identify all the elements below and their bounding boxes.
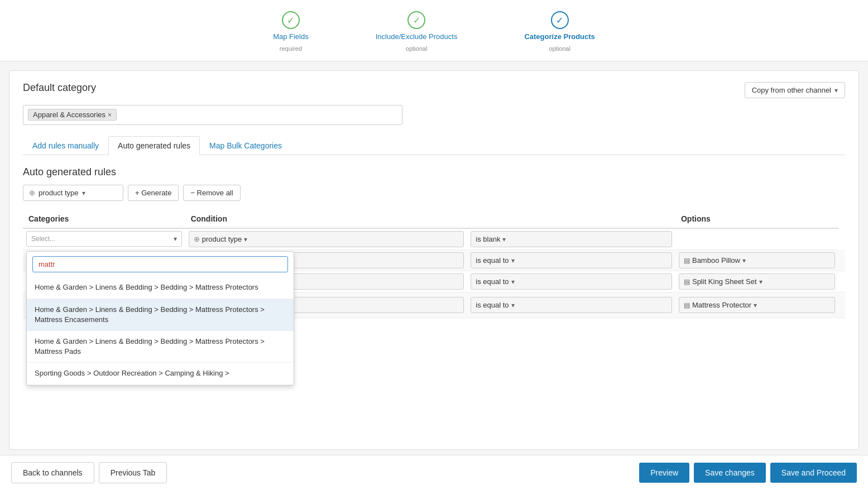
condition-op-cell-2: is equal to	[467, 249, 675, 271]
value-label-3: Split King Sheet Set	[692, 277, 757, 286]
condition-op-select-1[interactable]: is blank	[471, 231, 672, 247]
remove-all-button[interactable]: − Remove all	[183, 185, 240, 201]
dropdown-item-4[interactable]: Sporting Goods > Outdoor Recreation > Ca…	[27, 363, 294, 385]
condition-op-cell-3: is equal to	[467, 271, 675, 292]
filter-icon	[29, 189, 35, 197]
value-label-4: Mattress Protector	[692, 301, 751, 309]
value-cell-4: Mattress Protector	[675, 292, 838, 318]
col-header-options: Options	[675, 210, 838, 228]
step-label-categorize: Categorize Products	[524, 32, 594, 42]
product-type-label: product type	[39, 189, 79, 197]
tab-auto-generated[interactable]: Auto generated rules	[108, 136, 200, 155]
cond-field-chevron-1	[244, 235, 247, 243]
category-select-1[interactable]: Select...	[26, 231, 182, 247]
condition-field-cell-1: product type	[185, 228, 468, 250]
tabs-container: Add rules manually Auto generated rules …	[23, 136, 845, 155]
default-category-input[interactable]: Apparel & Accessories ×	[23, 105, 402, 125]
cond-op-chevron-3	[511, 277, 515, 286]
section-header: Default category Copy from other channel	[23, 82, 845, 98]
cond-op-chevron-2	[511, 256, 515, 265]
value-chevron-2	[742, 256, 746, 265]
value-cell-2: Bamboo Pillow	[675, 249, 838, 271]
cond-filter-icon-1	[194, 235, 200, 243]
options-cell-3	[838, 271, 845, 292]
db-icon-2	[684, 256, 690, 265]
step-map-fields[interactable]: ✓ Map Fields required	[273, 11, 309, 52]
condition-field-select-1[interactable]: product type	[189, 231, 464, 247]
condition-op-cell-4: is equal to	[467, 292, 675, 318]
step-icon-categorize: ✓	[551, 11, 569, 29]
dropdown-item-1[interactable]: Home & Garden > Linens & Bedding > Beddi…	[27, 277, 294, 299]
tag-label: Apparel & Accessories	[33, 111, 105, 119]
footer: Back to channels Previous Tab Preview Sa…	[0, 455, 868, 459]
step-label-include: Include/Exclude Products	[376, 32, 458, 42]
step-icon-include: ✓	[407, 11, 425, 29]
progress-bar: ✓ Map Fields required ✓ Include/Exclude …	[0, 0, 868, 61]
step-include-exclude[interactable]: ✓ Include/Exclude Products optional	[376, 11, 458, 52]
product-type-selector[interactable]: product type	[23, 185, 123, 201]
generate-button[interactable]: + Generate	[128, 185, 179, 201]
rules-controls: product type + Generate − Remove all	[23, 185, 845, 201]
tag-close-button[interactable]: ×	[108, 111, 112, 119]
cat-chevron-1	[174, 235, 177, 243]
section-title: Default category	[23, 82, 96, 94]
copy-channel-chevron	[835, 86, 838, 94]
cond-op-val-1: is blank	[476, 235, 500, 243]
col-header-condition: Condition	[185, 210, 468, 228]
copy-channel-button[interactable]: Copy from other channel	[745, 82, 845, 98]
condition-op-select-3[interactable]: is equal to	[471, 273, 672, 290]
cond-field-val-1: product type	[202, 235, 242, 243]
db-icon-3	[684, 277, 690, 286]
options-cell-4	[838, 292, 845, 318]
category-cell-1: Select... Home & Garden > Linens & Beddi…	[23, 228, 185, 250]
value-select-4[interactable]: Mattress Protector	[679, 297, 835, 313]
step-categorize[interactable]: ✓ Categorize Products optional	[524, 11, 594, 52]
cond-op-chevron-1	[502, 235, 506, 243]
options-cell-1	[675, 228, 838, 250]
table-row: Select... Home & Garden > Linens & Beddi…	[23, 228, 845, 250]
value-select-2[interactable]: Bamboo Pillow	[679, 252, 835, 268]
col-header-empty	[467, 210, 675, 228]
dropdown-search-input[interactable]	[32, 256, 288, 272]
value-chevron-3	[759, 277, 763, 286]
cond-op-chevron-4	[511, 301, 515, 309]
tab-add-manually[interactable]: Add rules manually	[23, 136, 108, 155]
category-value-1: Select...	[31, 235, 55, 243]
options-cell-2	[838, 249, 845, 271]
product-type-chevron	[82, 189, 85, 197]
auto-rules-heading: Auto generated rules	[23, 166, 845, 178]
step-icon-map-fields: ✓	[282, 11, 300, 29]
copy-channel-label: Copy from other channel	[752, 86, 831, 94]
main-content: Default category Copy from other channel…	[9, 70, 859, 450]
dropdown-item-3[interactable]: Home & Garden > Linens & Bedding > Beddi…	[27, 331, 294, 363]
tab-map-bulk[interactable]: Map Bulk Categories	[200, 136, 291, 155]
value-select-3[interactable]: Split King Sheet Set	[679, 273, 835, 290]
value-chevron-4	[754, 301, 757, 309]
col-header-categories: Categories	[23, 210, 185, 228]
condition-op-select-4[interactable]: is equal to	[471, 297, 672, 313]
value-label-2: Bamboo Pillow	[692, 256, 740, 265]
rules-table: Categories Condition Options Select...	[23, 210, 845, 318]
step-sublabel-categorize: optional	[549, 45, 570, 52]
cond-op-val-3: is equal to	[476, 277, 509, 286]
step-label-map-fields: Map Fields	[273, 32, 309, 42]
db-icon-4	[684, 301, 690, 309]
dropdown-item-2[interactable]: Home & Garden > Linens & Bedding > Beddi…	[27, 299, 294, 331]
condition-op-cell-1: is blank	[467, 228, 675, 250]
category-tag: Apparel & Accessories ×	[28, 109, 117, 121]
cond-op-val-4: is equal to	[476, 301, 509, 309]
category-dropdown: Home & Garden > Linens & Bedding > Beddi…	[26, 251, 294, 385]
cond-op-val-2: is equal to	[476, 256, 509, 265]
step-sublabel-include: optional	[406, 45, 428, 52]
condition-op-select-2[interactable]: is equal to	[471, 252, 672, 268]
value-cell-3: Split King Sheet Set	[675, 271, 838, 292]
step-sublabel-map-fields: required	[280, 45, 302, 52]
